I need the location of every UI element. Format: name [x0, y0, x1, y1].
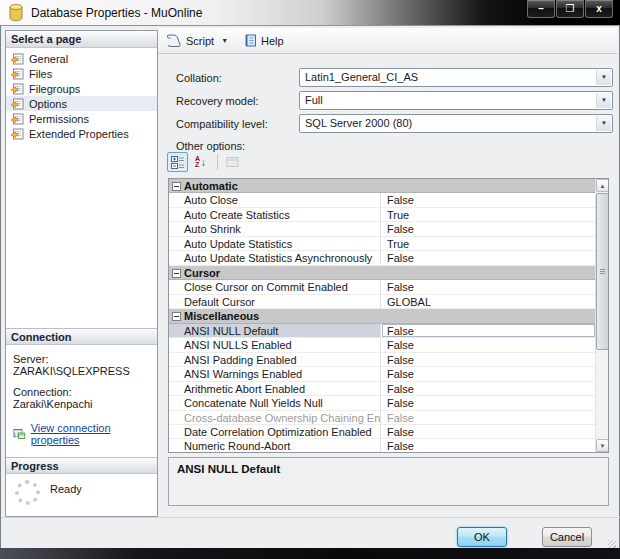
property-pages-button	[222, 152, 243, 172]
category-row-cursor[interactable]: Cursor	[169, 266, 595, 280]
option-value[interactable]: False	[382, 396, 595, 409]
option-description-panel: ANSI NULL Default	[168, 457, 609, 506]
option-name: Auto Shrink	[169, 222, 381, 235]
option-value[interactable]: True	[382, 237, 595, 250]
sidebar-item-files[interactable]: Files	[6, 66, 157, 81]
option-name: Numeric Round-Abort	[169, 439, 381, 452]
option-name: ANSI NULLS Enabled	[169, 338, 381, 351]
option-value[interactable]: True	[382, 208, 595, 221]
category-label: Cursor	[184, 267, 220, 279]
sidebar-item-label: Filegroups	[29, 83, 80, 95]
help-icon	[244, 34, 257, 47]
minimize-button[interactable]: –	[527, 0, 555, 18]
scrollbar-thumb[interactable]	[596, 193, 609, 350]
option-value[interactable]: False	[382, 222, 595, 235]
view-connection-properties-link[interactable]: View connection properties	[31, 422, 150, 446]
collapse-icon[interactable]	[172, 182, 181, 191]
ok-button[interactable]: OK	[457, 527, 507, 547]
chevron-down-icon[interactable]: ▼	[596, 93, 611, 108]
resize-grip[interactable]	[608, 540, 616, 548]
sidebar-item-label: General	[29, 53, 68, 65]
category-row-automatic[interactable]: Automatic	[169, 179, 595, 193]
option-value[interactable]: False	[382, 193, 595, 206]
cancel-button[interactable]: Cancel	[542, 527, 592, 547]
alphabetical-sort-button[interactable]: AZ ↓	[190, 152, 211, 172]
option-value[interactable]: False	[382, 382, 595, 395]
page-icon	[10, 53, 24, 65]
close-button[interactable]: x	[585, 0, 613, 18]
option-row-date-correlation-optimization-enabled[interactable]: Date Correlation Optimization EnabledFal…	[169, 425, 595, 439]
sidebar-item-extended-properties[interactable]: Extended Properties	[6, 126, 157, 141]
page-list: GeneralFilesFilegroupsOptionsPermissions…	[6, 48, 157, 328]
option-value[interactable]: GLOBAL	[382, 295, 595, 308]
connection-value: Zaraki\Kenpachi	[13, 398, 150, 410]
sidebar-item-permissions[interactable]: Permissions	[6, 111, 157, 126]
property-pages-icon	[226, 156, 239, 168]
chevron-down-icon[interactable]: ▼	[596, 70, 611, 85]
collation-value: Latin1_General_CI_AS	[305, 71, 418, 83]
progress-panel: Ready	[6, 474, 157, 526]
option-row-ansi-null-default[interactable]: ANSI NULL DefaultFalse	[169, 324, 595, 338]
option-name: Auto Close	[169, 193, 381, 206]
option-value[interactable]: False	[382, 280, 595, 293]
collapse-icon[interactable]	[172, 312, 181, 321]
maximize-button[interactable]: ❐	[556, 0, 584, 18]
option-name: Auto Update Statistics	[169, 237, 381, 250]
progress-status: Ready	[50, 483, 82, 495]
chevron-down-icon[interactable]: ▼	[596, 116, 611, 131]
page-icon	[10, 113, 24, 125]
recovery-model-select[interactable]: Full ▼	[299, 91, 613, 110]
option-name: Auto Create Statistics	[169, 208, 381, 221]
option-name: Auto Update Statistics Asynchronously	[169, 251, 381, 264]
option-row-auto-close[interactable]: Auto CloseFalse	[169, 193, 595, 207]
collation-select[interactable]: Latin1_General_CI_AS ▼	[299, 68, 613, 87]
compatibility-level-select[interactable]: SQL Server 2000 (80) ▼	[299, 114, 613, 133]
script-icon	[166, 34, 182, 47]
connection-label: Connection:	[13, 386, 150, 398]
page-icon	[10, 128, 24, 140]
option-value[interactable]: False	[382, 353, 595, 366]
option-row-concatenate-null-yields-null[interactable]: Concatenate Null Yields NullFalse	[169, 396, 595, 410]
sidebar-item-options[interactable]: Options	[6, 96, 157, 111]
script-dropdown-arrow-icon[interactable]: ▼	[221, 37, 228, 44]
connection-panel: Server: ZARAKI\SQLEXPRESS Connection: Za…	[6, 345, 157, 446]
option-value[interactable]: False	[382, 251, 595, 264]
options-grid-rows: AutomaticAuto CloseFalseAuto Create Stat…	[169, 179, 595, 453]
grid-scrollbar[interactable]: ▲ ▼	[595, 179, 608, 452]
help-button[interactable]: Help	[244, 34, 284, 47]
option-row-close-cursor-on-commit-enabled[interactable]: Close Cursor on Commit EnabledFalse	[169, 280, 595, 294]
sidebar-item-general[interactable]: General	[6, 51, 157, 66]
option-value[interactable]: False	[382, 439, 595, 452]
scroll-down-icon[interactable]: ▼	[596, 439, 609, 452]
scroll-up-icon[interactable]: ▲	[596, 179, 609, 192]
option-value: False	[382, 411, 595, 424]
categorized-button[interactable]	[167, 152, 188, 172]
option-row-auto-shrink[interactable]: Auto ShrinkFalse	[169, 222, 595, 236]
server-label: Server:	[13, 353, 150, 365]
script-label: Script	[186, 35, 214, 47]
option-value[interactable]: False	[382, 324, 595, 337]
collation-label: Collation:	[176, 72, 222, 84]
option-row-arithmetic-abort-enabled[interactable]: Arithmetic Abort EnabledFalse	[169, 382, 595, 396]
option-value[interactable]: False	[382, 425, 595, 438]
sidebar-item-filegroups[interactable]: Filegroups	[6, 81, 157, 96]
option-value[interactable]: False	[382, 338, 595, 351]
script-button[interactable]: Script ▼	[166, 34, 228, 47]
option-row-ansi-warnings-enabled[interactable]: ANSI Warnings EnabledFalse	[169, 367, 595, 381]
connection-header: Connection	[6, 328, 157, 345]
category-row-miscellaneous[interactable]: Miscellaneous	[169, 309, 595, 323]
option-row-default-cursor[interactable]: Default CursorGLOBAL	[169, 295, 595, 309]
option-row-numeric-round-abort[interactable]: Numeric Round-AbortFalse	[169, 439, 595, 453]
option-row-auto-update-statistics-asynchronously[interactable]: Auto Update Statistics AsynchronouslyFal…	[169, 251, 595, 265]
option-value[interactable]: False	[382, 367, 595, 380]
sidebar-item-label: Files	[29, 68, 52, 80]
option-name: Arithmetic Abort Enabled	[169, 382, 381, 395]
collapse-icon[interactable]	[172, 269, 181, 278]
property-grid-toolbar: AZ ↓	[167, 152, 245, 172]
option-name: Default Cursor	[169, 295, 381, 308]
window-title: Database Properties - MuOnline	[31, 6, 202, 20]
option-row-ansi-nulls-enabled[interactable]: ANSI NULLS EnabledFalse	[169, 338, 595, 352]
option-row-auto-create-statistics[interactable]: Auto Create StatisticsTrue	[169, 208, 595, 222]
option-row-ansi-padding-enabled[interactable]: ANSI Padding EnabledFalse	[169, 353, 595, 367]
option-row-auto-update-statistics[interactable]: Auto Update StatisticsTrue	[169, 237, 595, 251]
